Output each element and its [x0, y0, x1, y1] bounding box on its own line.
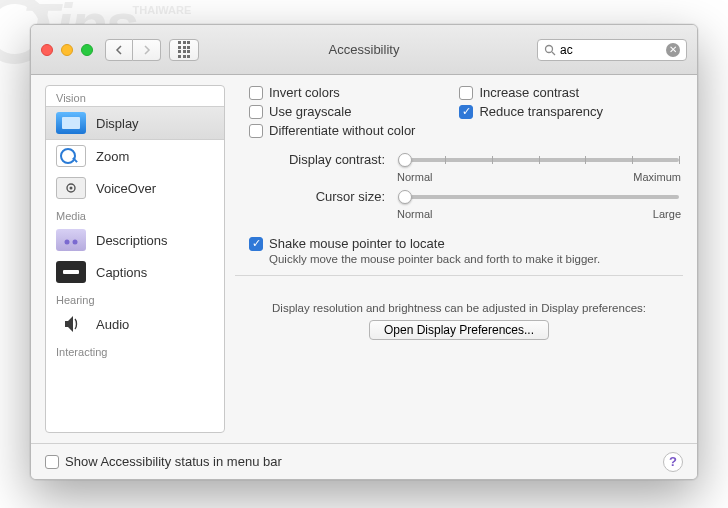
sidebar-item-audio[interactable]: Audio	[46, 308, 224, 340]
reduce-transparency-input[interactable]	[459, 105, 473, 119]
reduce-transparency-checkbox[interactable]: Reduce transparency	[459, 104, 603, 119]
svg-point-0	[546, 45, 553, 52]
grayscale-checkbox[interactable]: Use grayscale	[249, 104, 415, 119]
shake-hint: Quickly move the mouse pointer back and …	[269, 253, 683, 265]
sidebar-item-label: Audio	[96, 317, 129, 332]
grayscale-input[interactable]	[249, 105, 263, 119]
toolbar: Accessibility ✕	[31, 25, 697, 75]
increase-contrast-input[interactable]	[459, 86, 473, 100]
zoom-button[interactable]	[81, 44, 93, 56]
contrast-thumb[interactable]	[398, 153, 412, 167]
minimize-button[interactable]	[61, 44, 73, 56]
bottom-bar: Show Accessibility status in menu bar ?	[31, 443, 697, 479]
chevron-right-icon	[143, 45, 151, 55]
sidebar-item-captions[interactable]: Captions	[46, 256, 224, 288]
cursor-track[interactable]	[399, 195, 679, 199]
section-hearing: Hearing	[46, 288, 224, 308]
sidebar-item-label: Descriptions	[96, 233, 168, 248]
shake-locate-input[interactable]	[249, 237, 263, 251]
search-field[interactable]: ✕	[537, 39, 687, 61]
show-status-menubar-input[interactable]	[45, 455, 59, 469]
window-controls	[41, 44, 93, 56]
separator	[235, 275, 683, 276]
increase-contrast-checkbox[interactable]: Increase contrast	[459, 85, 603, 100]
back-button[interactable]	[105, 39, 133, 61]
sidebar-item-voiceover[interactable]: VoiceOver	[46, 172, 224, 204]
svg-line-1	[552, 52, 555, 55]
forward-button[interactable]	[133, 39, 161, 61]
clear-search-button[interactable]: ✕	[666, 43, 680, 57]
differentiate-color-input[interactable]	[249, 124, 263, 138]
chevron-left-icon	[115, 45, 123, 55]
voiceover-icon	[56, 177, 86, 199]
help-button[interactable]: ?	[663, 452, 683, 472]
contrast-track[interactable]	[399, 158, 679, 162]
sidebar-item-label: Display	[96, 116, 139, 131]
section-media: Media	[46, 204, 224, 224]
sidebar-item-display[interactable]: Display	[46, 106, 224, 140]
sidebar-item-zoom[interactable]: Zoom	[46, 140, 224, 172]
open-display-prefs-button[interactable]: Open Display Preferences...	[369, 320, 549, 340]
category-sidebar[interactable]: Vision Display Zoom VoiceOver Media	[45, 85, 225, 433]
cursor-thumb[interactable]	[398, 190, 412, 204]
zoom-icon	[56, 145, 86, 167]
sidebar-item-descriptions[interactable]: Descriptions	[46, 224, 224, 256]
sidebar-item-label: Zoom	[96, 149, 129, 164]
descriptions-icon	[56, 229, 86, 251]
close-button[interactable]	[41, 44, 53, 56]
svg-point-5	[73, 240, 78, 245]
search-icon	[544, 44, 556, 56]
prefs-window: Accessibility ✕ Vision Display Zoom Voic…	[30, 24, 698, 480]
nav-back-forward	[105, 39, 161, 61]
svg-point-3	[70, 187, 73, 190]
audio-icon	[56, 313, 86, 335]
section-vision: Vision	[46, 86, 224, 106]
display-settings-pane: Invert colors Use grayscale Differentiat…	[235, 85, 683, 433]
svg-point-4	[65, 240, 70, 245]
cursor-size-slider[interactable]: Cursor size:	[275, 189, 683, 204]
invert-colors-checkbox[interactable]: Invert colors	[249, 85, 415, 100]
captions-icon	[56, 261, 86, 283]
shake-locate-checkbox[interactable]: Shake mouse pointer to locate	[249, 236, 683, 251]
search-input[interactable]	[560, 43, 662, 57]
sidebar-item-label: Captions	[96, 265, 147, 280]
grid-icon	[178, 41, 190, 58]
show-status-menubar-checkbox[interactable]: Show Accessibility status in menu bar	[45, 454, 282, 469]
differentiate-color-checkbox[interactable]: Differentiate without color	[249, 123, 415, 138]
section-interacting: Interacting	[46, 340, 224, 360]
show-all-button[interactable]	[169, 39, 199, 61]
display-contrast-slider[interactable]: Display contrast:	[275, 152, 683, 167]
invert-colors-input[interactable]	[249, 86, 263, 100]
sidebar-item-label: VoiceOver	[96, 181, 156, 196]
display-prefs-note: Display resolution and brightness can be…	[235, 302, 683, 314]
display-icon	[56, 112, 86, 134]
